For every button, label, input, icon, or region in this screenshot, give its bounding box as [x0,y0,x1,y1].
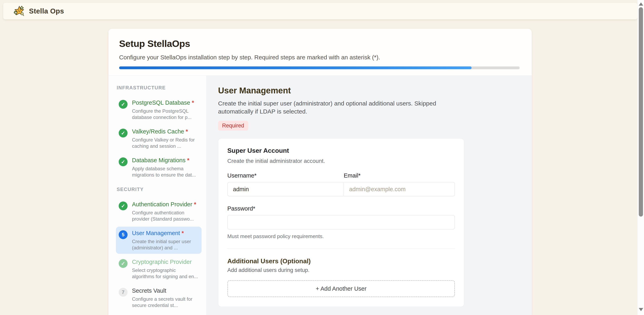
scrollbar-thumb[interactable] [639,7,643,217]
step-description: Select cryptographic algorithms for sign… [132,267,199,279]
add-another-user-button[interactable]: + Add Another User [227,280,455,297]
step-title: PostgreSQL Database * [132,99,194,106]
check-icon: ✓ [119,157,128,166]
step-title: User Management * [132,230,184,236]
required-asterisk: * [184,128,188,135]
scrollbar-down-arrow-icon[interactable] [639,308,643,311]
super-user-account-card: Super User Account Create the initial ad… [218,138,464,307]
required-asterisk: * [190,99,194,106]
password-helper-text: Must meet password policy requirements. [227,233,455,239]
step-number-badge: 5 [119,230,128,239]
step-title: Database Migrations * [132,157,189,163]
setup-progress-fill [119,66,472,69]
step-title: Cryptographic Provider [132,259,192,265]
super-user-card-title: Super User Account [227,147,455,154]
sidebar-item-user-management[interactable]: 5 User Management * Create the initial s… [116,227,202,254]
email-field[interactable] [344,182,455,196]
page-description: Create the initial super user (administr… [218,99,452,116]
sidebar-item-database-migrations[interactable]: ✓ Database Migrations * Apply database s… [116,154,202,181]
sidebar-item-authentication-provider[interactable]: ✓ Authentication Provider * Configure au… [116,198,202,225]
wizard-subtitle: Configure your StellaOps installation st… [119,54,520,61]
required-badge: Required [218,121,248,131]
check-icon: ✓ [119,100,128,109]
check-icon: ✓ [119,259,128,268]
step-description: Configure Valkey or Redis for caching an… [132,137,199,149]
password-label: Password* [227,205,455,212]
wizard-title: Setup StellaOps [119,38,520,49]
username-field[interactable] [227,182,343,196]
additional-users-subtitle: Add additional users during setup. [227,267,455,273]
step-description: Configure a secrets vault for secure cre… [132,296,199,308]
section-divider [227,248,455,249]
sidebar-item-valkey-redis-cache[interactable]: ✓ Valkey/Redis Cache * Configure Valkey … [116,125,202,152]
sidebar-item-postgresql-database[interactable]: ✓ PostgreSQL Database * Configure the Po… [116,96,202,123]
check-icon: ✓ [119,201,128,210]
required-asterisk: * [186,157,189,163]
topbar: Stella Ops [3,3,637,19]
setup-wizard-card: Setup StellaOps Configure your StellaOps… [108,29,532,315]
password-field[interactable] [227,215,455,229]
additional-users-title: Additional Users (Optional) [227,257,455,265]
wizard-header: Setup StellaOps Configure your StellaOps… [108,29,532,76]
sidebar-item-secrets-vault[interactable]: 7 Secrets Vault Configure a secrets vaul… [116,284,202,311]
scrollbar-up-arrow-icon[interactable] [639,3,643,6]
step-description: Configure the PostgreSQL database connec… [132,108,199,120]
step-content-pane: User Management Create the initial super… [206,76,532,315]
step-number-badge: 7 [119,288,128,297]
username-label: Username* [227,172,343,179]
stella-ops-logo-icon [14,6,25,17]
step-title: Secrets Vault [132,287,166,294]
page-scrollbar[interactable] [637,0,644,315]
step-title: Valkey/Redis Cache * [132,128,188,135]
setup-steps-sidebar: INFRASTRUCTURE ✓ PostgreSQL Database * C… [108,76,206,315]
step-description: Apply database schema migrations to ensu… [132,165,199,178]
step-description: Configure authentication provider (Stand… [132,209,199,222]
email-label: Email* [344,172,455,179]
step-description: Create the initial super user (administr… [132,238,199,251]
required-asterisk: * [180,230,184,236]
app-title: Stella Ops [29,7,64,15]
page-title: User Management [218,86,520,95]
setup-progress-bar [119,66,520,69]
section-label-security: SECURITY [117,187,202,192]
sidebar-item-cryptographic-provider[interactable]: ✓ Cryptographic Provider Select cryptogr… [116,255,202,282]
check-icon: ✓ [119,129,128,137]
step-title: Authentication Provider * [132,201,196,207]
super-user-card-subtitle: Create the initial administrator account… [227,158,455,164]
required-asterisk: * [192,201,196,207]
section-label-infrastructure: INFRASTRUCTURE [117,85,202,91]
